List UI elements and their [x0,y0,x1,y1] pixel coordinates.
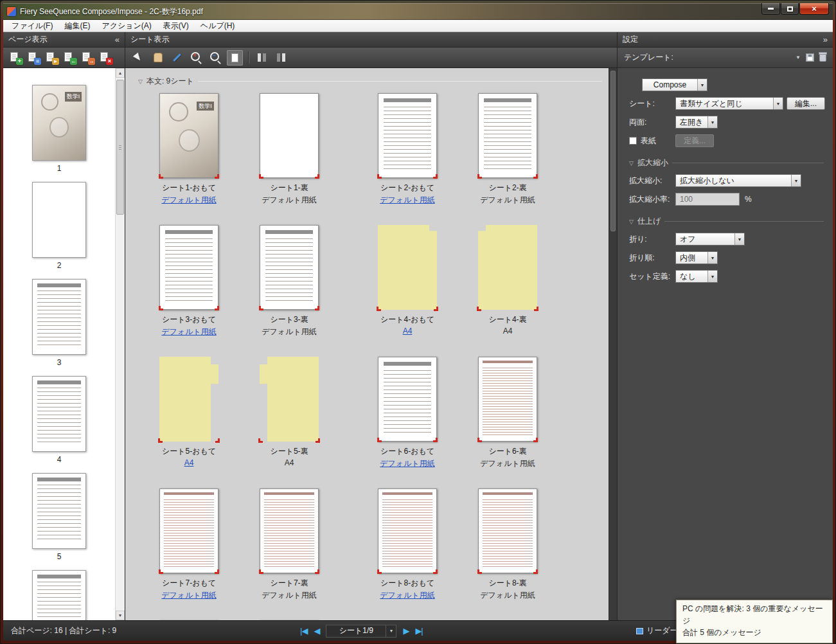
first-sheet-icon[interactable]: |◀ [300,626,307,636]
page-list-scrollbar[interactable]: ▲ ▼ [115,68,125,620]
duplicate-page-icon[interactable]: ≡ [26,51,41,65]
sheet-cell[interactable]: シート8-おもてデフォルト用紙 [366,488,449,601]
page-thumbnail[interactable] [32,376,86,452]
zoom-in-tool-icon[interactable]: + [188,50,204,66]
sheet-cell[interactable]: シート4-裏A4 [466,225,549,337]
sheet-paper-link[interactable]: デフォルト用紙 [380,590,434,601]
expand-panel-icon[interactable]: » [823,35,828,44]
sheet-paper-link[interactable]: デフォルト用紙 [380,458,434,469]
sheet-cell[interactable]: シート6-裏デフォルト用紙 [466,357,549,469]
sheet-cell[interactable]: シート7-おもてデフォルト用紙 [147,488,231,601]
menu-item-0[interactable]: ファイル(F) [6,20,58,32]
sheet-thumbnail[interactable] [260,357,319,442]
select-tool-icon[interactable] [130,50,147,66]
save-template-icon[interactable] [806,53,814,62]
sheet-cell[interactable]: シート1-裏デフォルト用紙 [247,93,331,206]
measure-tool-icon[interactable] [169,50,185,66]
sheet-thumbnail[interactable] [478,357,537,442]
pan-tool-icon[interactable] [150,50,166,66]
sheet-thumbnail[interactable] [378,225,437,310]
sheet-paper-link[interactable]: デフォルト用紙 [161,590,216,601]
sheet-cell[interactable]: シート4-おもてA4 [366,225,449,337]
sheet-thumbnail[interactable] [159,488,218,573]
sheet-scrollbar-thumb[interactable] [610,71,616,231]
layout-mode-tool-icon[interactable] [254,50,270,66]
page-item[interactable]: 4 [32,376,86,464]
sheet-paper-link[interactable]: デフォルト用紙 [161,326,216,337]
section-collapse-icon[interactable]: ▽ [138,78,143,85]
body-section-header[interactable]: ▽ 本文: 9シート [138,76,602,87]
page-item[interactable]: 2 [32,182,86,270]
menu-item-2[interactable]: アクション(A) [96,20,157,32]
page-thumbnail[interactable]: 数学I [32,85,86,161]
sheet-cell[interactable]: シート3-裏デフォルト用紙 [247,225,331,337]
sheet-thumbnail[interactable] [260,488,319,573]
sheet-thumbnail[interactable] [478,93,537,178]
page-item[interactable]: 6 [32,570,86,620]
set-define-dropdown[interactable]: なし ▼ [675,270,718,283]
sheet-paper-link[interactable]: デフォルト用紙 [161,195,216,206]
sheet-cell[interactable]: シート8-裏デフォルト用紙 [466,488,549,601]
cover-checkbox[interactable] [629,137,637,145]
sheet-size-dropdown[interactable]: 書類サイズと同じ ▼ [675,97,783,110]
sheet-thumbnail[interactable] [478,488,537,573]
page-thumbnail[interactable] [32,473,86,549]
insert-page-icon[interactable]: ← [62,51,77,65]
maximize-button[interactable] [781,3,799,15]
sheet-cell[interactable]: シート7-裏デフォルト用紙 [247,488,331,601]
scale-section-header[interactable]: ▽ 拡大縮小 [629,157,824,168]
sheet-thumbnail[interactable] [378,488,437,573]
last-sheet-icon[interactable]: ▶| [415,626,422,636]
page-mode-tool-icon[interactable] [227,50,243,66]
sheet-thumbnail[interactable] [378,93,437,178]
page-item[interactable]: 5 [32,473,86,561]
sheet-thumbnail[interactable] [159,357,218,442]
sheet-scrollbar[interactable] [609,68,617,620]
menu-item-4[interactable]: ヘルプ(H) [195,20,241,32]
delete-page-icon[interactable]: × [98,51,113,65]
sheet-cell[interactable]: 数学Iシート1-おもてデフォルト用紙 [147,93,231,206]
sheet-thumbnail[interactable] [260,225,319,310]
minimize-button[interactable] [761,3,780,15]
edit-button[interactable]: 編集... [787,97,825,110]
sheet-cell[interactable]: シート3-おもてデフォルト用紙 [147,225,231,337]
sheet-paper-link[interactable]: A4 [184,458,194,467]
replace-page-icon[interactable]: → [80,51,95,65]
sheet-thumbnail[interactable] [378,357,437,442]
close-button[interactable]: × [799,3,829,15]
page-thumbnail[interactable] [32,279,86,355]
page-item[interactable]: 3 [32,279,86,367]
scale-section-icon[interactable]: ▽ [629,160,634,166]
sheet-cell[interactable]: シート5-裏A4 [247,357,331,469]
finish-section-header[interactable]: ▽ 仕上げ [629,216,824,227]
scale-dropdown[interactable]: 拡大縮小しない ▼ [675,174,801,187]
page-item[interactable]: 数学I1 [32,85,86,173]
collapse-panel-icon[interactable]: « [115,35,120,44]
finish-section-icon[interactable]: ▽ [629,219,634,225]
add-page-icon[interactable]: + [8,51,23,65]
open-file-icon[interactable]: ▸ [44,51,59,65]
menu-item-3[interactable]: 表示(V) [157,20,195,32]
mode-dropdown[interactable]: Compose ▼ [642,78,707,91]
sheet-thumbnail[interactable]: 数学I [159,93,218,178]
next-sheet-icon[interactable]: ▶ [403,626,409,636]
scrollbar-thumb[interactable] [116,80,124,215]
sheet-cell[interactable]: シート6-おもてデフォルト用紙 [366,357,449,469]
sheet-nav-dropdown[interactable]: シート1/9 ▼ [326,625,396,638]
scroll-down-icon[interactable]: ▼ [116,611,125,620]
duplex-dropdown[interactable]: 左開き ▼ [675,116,718,129]
title-bar[interactable]: Fiery SeeQuence Compose/Impose - 2C-数学16… [3,3,833,20]
prev-sheet-icon[interactable]: ◀ [314,626,319,636]
sheet-paper-link[interactable]: A4 [403,326,413,335]
page-thumbnail[interactable] [32,570,86,620]
delete-template-icon[interactable] [819,53,826,62]
sheet-thumbnail[interactable] [159,225,218,310]
fold-dropdown[interactable]: オフ ▼ [675,233,745,246]
sheet-thumbnail[interactable] [260,93,319,178]
sheet-cell[interactable]: シート2-裏デフォルト用紙 [466,93,549,206]
template-dropdown-icon[interactable]: ▼ [796,55,801,60]
sheet-cell[interactable]: シート2-おもてデフォルト用紙 [366,93,449,206]
sheet-paper-link[interactable]: デフォルト用紙 [380,195,434,206]
menu-item-1[interactable]: 編集(E) [58,20,96,32]
page-thumbnail[interactable] [32,182,86,258]
